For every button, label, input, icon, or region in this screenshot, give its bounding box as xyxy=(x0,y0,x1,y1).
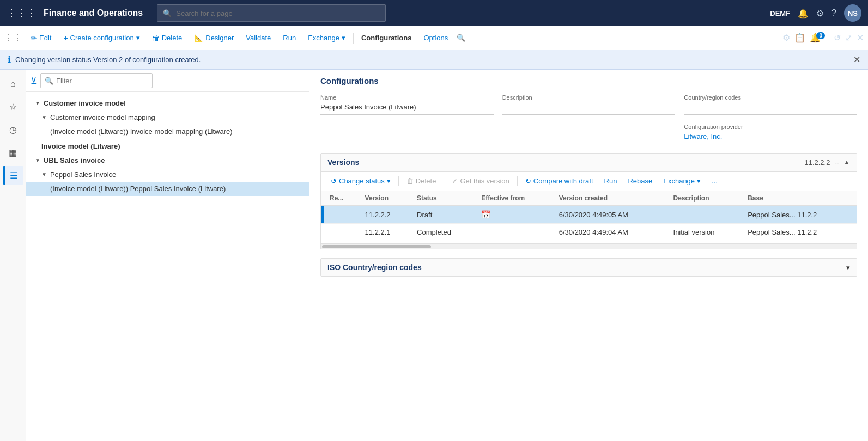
edit-button[interactable]: ✏ Edit xyxy=(25,31,57,45)
versions-run-button[interactable]: Run xyxy=(600,175,622,187)
change-status-button[interactable]: ↺ Change status ▾ xyxy=(326,175,395,187)
tree-panel: ⊻ 🔍 ▼ Customer invoice model ▼ Customer … xyxy=(26,70,309,441)
versions-exchange-button[interactable]: Exchange ▾ xyxy=(659,175,705,187)
cell-version: 11.2.2.2 xyxy=(360,206,411,224)
expand-icon: ▼ xyxy=(35,157,40,164)
col-re: Re... xyxy=(324,191,360,206)
versions-delete-button[interactable]: 🗑 Delete xyxy=(402,175,441,187)
cell-base-link[interactable]: Peppol Sales... xyxy=(748,211,795,219)
expand-icon: ▼ xyxy=(41,114,47,121)
versions-collapse-btn[interactable]: ▲ xyxy=(843,158,850,166)
create-config-button[interactable]: + Create configuration ▾ xyxy=(58,31,145,45)
table-row[interactable]: 11.2.2.2 Draft 📅 6/30/2020 4:49:05 AM Pe… xyxy=(321,206,857,224)
v-sep-2 xyxy=(444,176,444,186)
col-effective-from: Effective from xyxy=(476,191,554,206)
sidebar-home-icon[interactable]: ⌂ xyxy=(3,74,23,94)
cell-description xyxy=(668,206,743,224)
info-message: Changing version status Version 2 of con… xyxy=(15,56,201,64)
toolbar-refresh-icon[interactable]: ↺ xyxy=(834,33,841,43)
tree-content: ▼ Customer invoice model ▼ Customer invo… xyxy=(26,92,309,441)
run-button[interactable]: Run xyxy=(277,31,301,45)
compare-icon: ↻ xyxy=(525,177,531,185)
top-navigation: ⋮⋮⋮ Finance and Operations 🔍 DEMF 🔔 ⚙ ? … xyxy=(0,0,868,26)
toolbar-icon-left[interactable]: ⋮⋮ xyxy=(4,33,22,43)
rebase-button[interactable]: Rebase xyxy=(623,175,657,187)
exchange-dropdown-icon: ▾ xyxy=(697,177,701,185)
calendar-icon[interactable]: 📅 xyxy=(481,210,490,219)
versions-version-number: 11.2.2.2 xyxy=(804,158,830,167)
horizontal-scrollbar[interactable] xyxy=(321,243,857,249)
info-bar-close[interactable]: ✕ xyxy=(853,54,860,65)
country-region-value xyxy=(684,103,857,115)
cell-re xyxy=(324,206,360,224)
configurations-button[interactable]: Configurations xyxy=(356,31,417,45)
versions-more-button[interactable]: ... xyxy=(707,175,722,187)
search-bar[interactable]: 🔍 xyxy=(157,4,386,22)
tree-filter-icon[interactable]: ⊻ xyxy=(31,76,37,86)
edit-icon: ✏ xyxy=(31,34,37,42)
toolbar-expand-icon[interactable]: ⤢ xyxy=(845,33,852,43)
compare-with-draft-button[interactable]: ↻ Compare with draft xyxy=(521,175,598,187)
expand-icon: ▼ xyxy=(35,100,40,107)
tree-item-label: (Invoice model (Litware)) Peppol Sales I… xyxy=(50,184,226,194)
settings-icon[interactable]: ⚙ xyxy=(816,8,824,19)
cell-base-link[interactable]: Peppol Sales... xyxy=(748,228,795,236)
tree-item[interactable]: Invoice model (Litware) xyxy=(26,139,309,154)
search-input[interactable] xyxy=(176,9,380,17)
main-toolbar: ⋮⋮ ✏ Edit + Create configuration ▾ 🗑 Del… xyxy=(0,26,868,50)
filter-input[interactable] xyxy=(40,73,153,88)
sidebar-grid-icon[interactable]: ▦ xyxy=(3,143,23,162)
notification-icon[interactable]: 🔔 xyxy=(798,8,809,19)
get-this-version-button[interactable]: ✓ Get this version xyxy=(447,175,513,187)
tree-item[interactable]: ▼ Peppol Sales Invoice xyxy=(26,168,309,182)
options-button[interactable]: Options xyxy=(418,31,453,45)
delete-button[interactable]: 🗑 Delete xyxy=(147,31,188,45)
app-grid-icon[interactable]: ⋮⋮⋮ xyxy=(7,7,36,19)
tree-item[interactable]: ▼ Customer invoice model xyxy=(26,96,309,111)
designer-button[interactable]: 📐 Designer xyxy=(189,31,239,45)
top-nav-right: DEMF 🔔 ⚙ ? NS xyxy=(770,4,861,22)
cell-version-created: 6/30/2020 4:49:04 AM xyxy=(554,224,668,241)
cell-description: Initial version xyxy=(668,224,743,241)
config-form: Name Peppol Sales Invoice (Litware) Desc… xyxy=(309,85,868,153)
expand-icon: ▼ xyxy=(41,171,47,179)
v-sep-3 xyxy=(517,176,518,186)
table-row[interactable]: 11.2.2.1 Completed 6/30/2020 4:49:04 AM … xyxy=(321,224,857,241)
versions-title: Versions xyxy=(327,158,804,167)
col-base: Base xyxy=(742,191,857,206)
info-icon: ℹ xyxy=(8,54,11,65)
description-field: Description xyxy=(502,94,676,115)
iso-header[interactable]: ISO Country/region codes ▾ xyxy=(321,259,857,276)
config-provider-value[interactable]: Litware, Inc. xyxy=(684,132,857,144)
v-sep-1 xyxy=(398,176,399,186)
change-status-chevron: ▾ xyxy=(387,177,391,185)
name-value: Peppol Sales Invoice (Litware) xyxy=(320,103,494,115)
versions-delete-icon: 🗑 xyxy=(406,177,414,185)
tree-item[interactable]: (Invoice model (Litware)) Invoice model … xyxy=(26,125,309,139)
tree-item[interactable]: ▼ Customer invoice model mapping xyxy=(26,111,309,125)
sidebar-list-icon[interactable]: ☰ xyxy=(3,166,23,185)
tree-item-selected[interactable]: (Invoice model (Litware)) Peppol Sales I… xyxy=(26,182,309,196)
plus-icon: + xyxy=(63,34,68,42)
scroll-thumb[interactable] xyxy=(322,245,431,248)
cell-re xyxy=(324,224,360,241)
help-icon[interactable]: ? xyxy=(831,8,836,18)
validate-button[interactable]: Validate xyxy=(240,31,276,45)
toolbar-search-icon[interactable]: 🔍 xyxy=(457,34,465,42)
sidebar-clock-icon[interactable]: ◷ xyxy=(3,120,23,139)
cell-status: Draft xyxy=(411,206,476,224)
sidebar-star-icon[interactable]: ☆ xyxy=(3,97,23,117)
toolbar-view-icon[interactable]: 📋 xyxy=(794,33,805,43)
tree-item-label: UBL Sales invoice xyxy=(44,156,105,166)
toolbar-notification-icon[interactable]: 🔔0 xyxy=(810,33,829,43)
tree-item-label: Invoice model (Litware) xyxy=(41,142,120,151)
tree-item-label: Peppol Sales Invoice xyxy=(50,170,116,180)
tree-item[interactable]: ▼ UBL Sales invoice xyxy=(26,154,309,168)
cell-effective-from: 📅 xyxy=(476,206,554,224)
avatar[interactable]: NS xyxy=(844,4,861,22)
name-label: Name xyxy=(320,94,494,101)
search-icon: 🔍 xyxy=(163,9,172,17)
toolbar-close-icon[interactable]: ✕ xyxy=(857,33,864,43)
exchange-button[interactable]: Exchange ▾ xyxy=(302,31,351,45)
toolbar-settings-icon[interactable]: ⚙ xyxy=(782,33,790,43)
